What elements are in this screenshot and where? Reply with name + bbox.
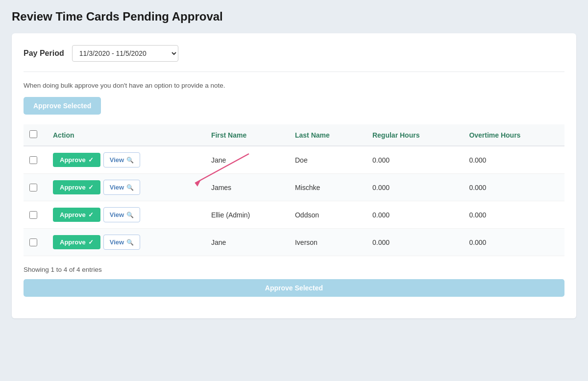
overtime-hours-cell: 0.000 bbox=[461, 201, 564, 229]
approve-label: Approve bbox=[60, 211, 86, 218]
approve-label: Approve bbox=[60, 184, 86, 191]
overtime-hours-cell: 0.000 bbox=[461, 174, 564, 201]
approve-button-1[interactable]: Approve ✓ bbox=[53, 153, 100, 167]
pay-period-select[interactable]: 11/3/2020 - 11/5/2020 10/27/2020 - 10/30… bbox=[72, 45, 178, 62]
overtime-hours-cell: 0.000 bbox=[461, 229, 564, 256]
table-row: Approve ✓ View 🔍 Jane Doe 0.000 0.000 bbox=[24, 146, 564, 174]
checkmark-icon: ✓ bbox=[88, 238, 94, 246]
approve-selected-bottom-button[interactable]: Approve Selected bbox=[24, 279, 564, 297]
row-checkbox-2[interactable] bbox=[29, 184, 37, 191]
checkmark-icon: ✓ bbox=[88, 156, 94, 164]
view-label: View bbox=[110, 156, 124, 164]
row-checkbox-4[interactable] bbox=[29, 238, 37, 246]
col-first-name: First Name bbox=[203, 124, 287, 146]
regular-hours-cell: 0.000 bbox=[365, 229, 461, 256]
view-label: View bbox=[110, 184, 124, 191]
approve-selected-top-button[interactable]: Approve Selected bbox=[24, 97, 101, 115]
first-name-cell: Jane bbox=[203, 229, 287, 256]
table-row: Approve ✓ View 🔍 Jane Iverson 0.000 0.00… bbox=[24, 229, 564, 256]
pay-period-label: Pay Period bbox=[24, 49, 64, 58]
view-label: View bbox=[110, 238, 124, 246]
select-all-checkbox[interactable] bbox=[29, 130, 37, 138]
last-name-cell: Doe bbox=[287, 146, 365, 174]
last-name-cell: Iverson bbox=[287, 229, 365, 256]
view-button-3[interactable]: View 🔍 bbox=[103, 207, 140, 222]
view-button-2[interactable]: View 🔍 bbox=[103, 180, 140, 195]
last-name-cell: Oddson bbox=[287, 201, 365, 229]
col-overtime-hours: Overtime Hours bbox=[461, 124, 564, 146]
showing-entries-text: Showing 1 to 4 of 4 entries bbox=[24, 266, 564, 273]
regular-hours-cell: 0.000 bbox=[365, 146, 461, 174]
first-name-cell: James bbox=[203, 174, 287, 201]
view-button-4[interactable]: View 🔍 bbox=[103, 235, 140, 250]
overtime-hours-cell: 0.000 bbox=[461, 146, 564, 174]
search-icon: 🔍 bbox=[126, 212, 134, 218]
checkmark-icon: ✓ bbox=[88, 184, 94, 191]
table-footer: Showing 1 to 4 of 4 entries Approve Sele… bbox=[24, 266, 564, 307]
time-cards-table: Action First Name Last Name Regular Hour… bbox=[24, 124, 564, 256]
data-table: Action First Name Last Name Regular Hour… bbox=[24, 124, 564, 256]
search-icon: 🔍 bbox=[126, 239, 134, 246]
table-row: Approve ✓ View 🔍 James Mischke 0.000 0.0… bbox=[24, 174, 564, 201]
first-name-cell: Ellie (Admin) bbox=[203, 201, 287, 229]
search-icon: 🔍 bbox=[126, 184, 134, 191]
approve-button-2[interactable]: Approve ✓ bbox=[53, 180, 100, 194]
view-button-1[interactable]: View 🔍 bbox=[103, 152, 140, 167]
first-name-cell: Jane bbox=[203, 146, 287, 174]
col-action: Action bbox=[45, 124, 203, 146]
row-checkbox-1[interactable] bbox=[29, 156, 37, 164]
row-checkbox-3[interactable] bbox=[29, 211, 37, 219]
last-name-cell: Mischke bbox=[287, 174, 365, 201]
bulk-approve-notice: When doing bulk approve you don't have a… bbox=[24, 82, 564, 89]
view-label: View bbox=[110, 211, 124, 218]
col-last-name: Last Name bbox=[287, 124, 365, 146]
search-icon: 🔍 bbox=[126, 157, 134, 164]
page-title: Review Time Cards Pending Approval bbox=[12, 10, 576, 24]
regular-hours-cell: 0.000 bbox=[365, 201, 461, 229]
approve-button-4[interactable]: Approve ✓ bbox=[53, 235, 100, 249]
approve-label: Approve bbox=[60, 156, 86, 164]
col-regular-hours: Regular Hours bbox=[365, 124, 461, 146]
checkmark-icon: ✓ bbox=[88, 211, 94, 218]
table-row: Approve ✓ View 🔍 Ellie (Admin) Oddson 0.… bbox=[24, 201, 564, 229]
regular-hours-cell: 0.000 bbox=[365, 174, 461, 201]
approve-button-3[interactable]: Approve ✓ bbox=[53, 208, 100, 222]
approve-label: Approve bbox=[60, 238, 86, 246]
